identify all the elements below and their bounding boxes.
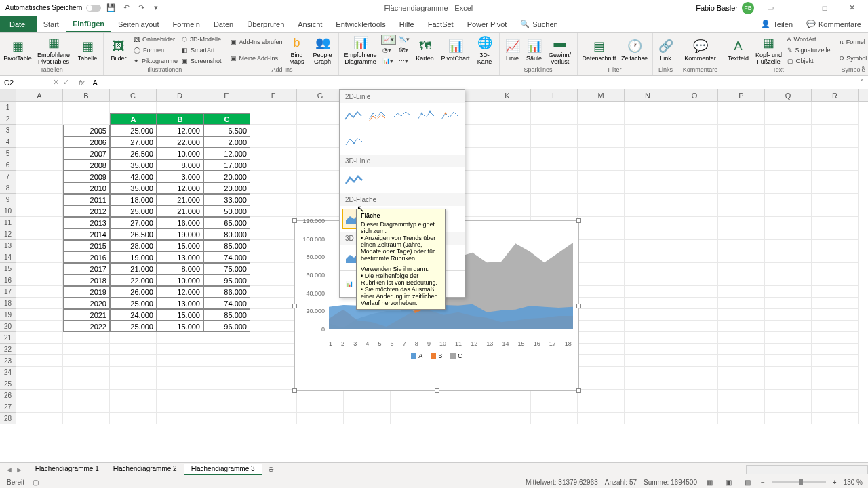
- cell[interactable]: [203, 390, 250, 401]
- cell[interactable]: [812, 390, 859, 401]
- cell[interactable]: [63, 413, 110, 424]
- cell[interactable]: [812, 240, 859, 251]
- cell[interactable]: 25.000: [110, 125, 157, 136]
- column-header[interactable]: K: [484, 89, 531, 101]
- cell[interactable]: [812, 136, 859, 148]
- sparkline-line-button[interactable]: 📈Linie: [502, 34, 523, 66]
- tab-überprüfen[interactable]: Überprüfen: [240, 16, 291, 32]
- cell[interactable]: [250, 251, 297, 263]
- cancel-formula-icon[interactable]: ✕: [53, 78, 59, 87]
- cell[interactable]: [297, 102, 344, 113]
- cell[interactable]: 25.000: [110, 205, 157, 217]
- cell[interactable]: 95.000: [203, 274, 250, 286]
- cell[interactable]: 26.500: [110, 228, 157, 240]
- cell[interactable]: [671, 240, 718, 251]
- tab-formeln[interactable]: Formeln: [166, 16, 207, 32]
- cell[interactable]: [578, 355, 625, 367]
- formula-input[interactable]: A: [89, 79, 856, 87]
- cell[interactable]: [578, 274, 625, 286]
- cell[interactable]: [157, 102, 203, 113]
- cell[interactable]: [671, 113, 718, 125]
- comment-button[interactable]: 💬Kommentar: [682, 34, 719, 66]
- row-header[interactable]: 2: [0, 113, 16, 125]
- worksheet[interactable]: ABCDEFGHIJKLMNOPQR 12ABC3200525.00012.00…: [0, 89, 868, 455]
- qat-customize-icon[interactable]: ▾: [151, 3, 161, 13]
- cell[interactable]: [812, 205, 859, 217]
- cell[interactable]: 20.000: [203, 171, 250, 182]
- cell[interactable]: [63, 355, 110, 367]
- screenshot-button[interactable]: ▣ Screenshot: [180, 56, 223, 66]
- cell[interactable]: 22.000: [157, 136, 203, 148]
- cell[interactable]: [297, 194, 344, 205]
- cell[interactable]: 2013: [63, 217, 110, 228]
- cell[interactable]: [625, 355, 671, 367]
- cell[interactable]: [578, 286, 625, 298]
- cell[interactable]: 8.000: [157, 263, 203, 274]
- cell[interactable]: [718, 228, 765, 240]
- sheet-nav-next-icon[interactable]: ►: [16, 466, 23, 474]
- cell[interactable]: [16, 378, 63, 390]
- cell[interactable]: [16, 321, 63, 332]
- cell[interactable]: [531, 401, 578, 413]
- cell[interactable]: [484, 159, 531, 171]
- column-header[interactable]: R: [812, 89, 859, 101]
- tab-daten[interactable]: Daten: [207, 16, 240, 32]
- line-100-markers-option[interactable]: [342, 131, 367, 152]
- table-button[interactable]: ▦Tabelle: [75, 34, 100, 66]
- cell[interactable]: [812, 413, 859, 424]
- cell[interactable]: [718, 401, 765, 413]
- cell[interactable]: [250, 217, 297, 228]
- column-header[interactable]: G: [297, 89, 344, 101]
- cell[interactable]: [765, 332, 812, 344]
- cell[interactable]: [250, 102, 297, 113]
- cell[interactable]: [718, 321, 765, 332]
- cell[interactable]: [625, 240, 671, 251]
- cell[interactable]: [718, 159, 765, 171]
- cell[interactable]: [765, 344, 812, 355]
- column-header[interactable]: F: [250, 89, 297, 101]
- cell[interactable]: [671, 136, 718, 148]
- normal-view-icon[interactable]: ▦: [704, 478, 716, 487]
- cell[interactable]: [625, 136, 671, 148]
- cell[interactable]: [718, 205, 765, 217]
- tab-ansicht[interactable]: Ansicht: [291, 16, 329, 32]
- cell[interactable]: [765, 378, 812, 390]
- cell[interactable]: 74.000: [203, 251, 250, 263]
- cell[interactable]: [625, 159, 671, 171]
- row-header[interactable]: 10: [0, 205, 16, 217]
- cell[interactable]: [625, 378, 671, 390]
- cell[interactable]: [671, 401, 718, 413]
- cell[interactable]: [484, 125, 531, 136]
- cell[interactable]: [531, 194, 578, 205]
- tab-factset[interactable]: FactSet: [421, 16, 460, 32]
- cell[interactable]: [812, 113, 859, 125]
- cell[interactable]: [765, 228, 812, 240]
- cell[interactable]: [625, 390, 671, 401]
- cell[interactable]: [391, 401, 437, 413]
- cell[interactable]: [718, 113, 765, 125]
- undo-icon[interactable]: ↶: [121, 3, 131, 13]
- cell[interactable]: [250, 413, 297, 424]
- cell[interactable]: [812, 171, 859, 182]
- cell[interactable]: [16, 228, 63, 240]
- cell[interactable]: [578, 390, 625, 401]
- cell[interactable]: 33.000: [203, 194, 250, 205]
- cell[interactable]: [250, 309, 297, 321]
- cell[interactable]: [671, 159, 718, 171]
- cell[interactable]: [297, 390, 344, 401]
- cell[interactable]: [671, 321, 718, 332]
- cell[interactable]: [16, 413, 63, 424]
- cell[interactable]: [157, 332, 203, 344]
- cell[interactable]: [718, 125, 765, 136]
- cell[interactable]: [578, 367, 625, 378]
- cell[interactable]: 8.000: [157, 159, 203, 171]
- cell[interactable]: [671, 390, 718, 401]
- cell[interactable]: [765, 355, 812, 367]
- cell[interactable]: [578, 251, 625, 263]
- row-header[interactable]: 11: [0, 217, 16, 228]
- cell[interactable]: [250, 274, 297, 286]
- row-header[interactable]: 7: [0, 171, 16, 182]
- cell[interactable]: [16, 263, 63, 274]
- cell[interactable]: 35.000: [110, 182, 157, 194]
- cell[interactable]: [110, 367, 157, 378]
